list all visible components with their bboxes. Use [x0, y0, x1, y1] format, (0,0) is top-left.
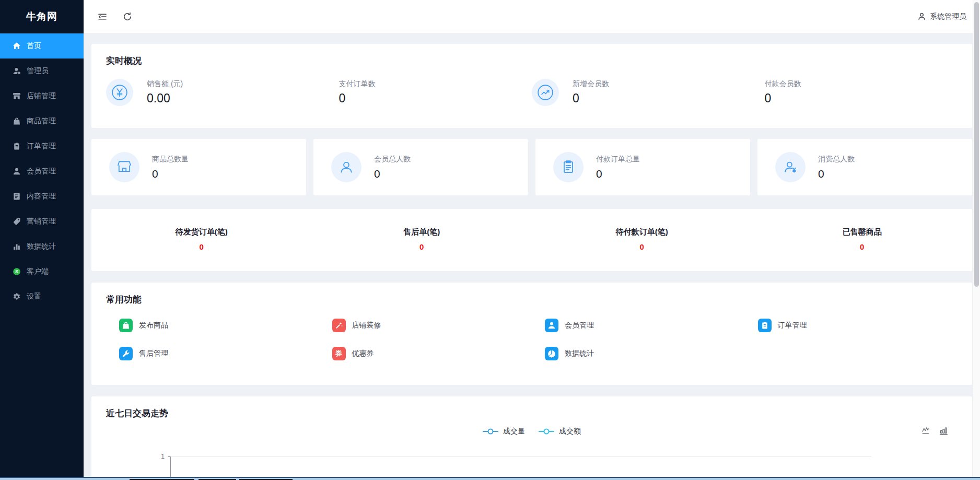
clipboard-icon [758, 319, 772, 332]
summary-label: 消费总人数 [818, 155, 855, 164]
sidebar-item-client[interactable]: S 客户端 [0, 259, 84, 284]
sidebar-item-statistics[interactable]: 数据统计 [0, 234, 84, 259]
refresh-icon[interactable] [122, 11, 133, 22]
svg-text:S: S [15, 269, 18, 274]
tag-icon [13, 217, 21, 226]
summary-value: 0 [818, 168, 855, 180]
section-title-chart: 近七日交易走势 [91, 396, 972, 418]
legend-item-volume[interactable]: 成交量 [483, 427, 525, 436]
quick-label: 订单管理 [778, 321, 807, 330]
main-area: 系统管理员 实时概况 销售额 (元) 0.00 [84, 0, 980, 477]
summary-value: 0 [152, 168, 189, 180]
pending-value: 0 [312, 242, 532, 251]
home-icon [13, 42, 21, 50]
page-content: 实时概况 销售额 (元) 0.00 支付订单数 [84, 33, 980, 477]
pending-aftersale: 售后单(笔) 0 [312, 227, 532, 251]
sidebar-item-orders[interactable]: 订单管理 [0, 134, 84, 159]
sidebar-item-label: 设置 [27, 292, 41, 301]
sidebar-item-members[interactable]: 会员管理 [0, 159, 84, 184]
sidebar-item-admin[interactable]: 管理员 [0, 58, 84, 84]
line-chart-toggle-icon[interactable] [921, 426, 931, 438]
pending-value: 0 [532, 242, 752, 251]
sidebar-item-home[interactable]: 首页 [0, 33, 84, 58]
summary-label: 会员总人数 [374, 155, 411, 164]
document-icon [13, 192, 21, 201]
stat-paid-orders: 支付订单数 0 [319, 79, 532, 106]
sidebar-item-label: 首页 [27, 41, 41, 51]
current-user[interactable]: 系统管理员 [917, 12, 966, 21]
sidebar-item-marketing[interactable]: 营销管理 [0, 209, 84, 234]
summary-cards-row: 商品总数量 0 会员总人数 0 [91, 139, 972, 195]
sidebar-item-label: 会员管理 [27, 167, 56, 176]
quick-data-statistics[interactable]: 数据统计 [532, 347, 745, 360]
sidebar-item-content[interactable]: 内容管理 [0, 184, 84, 209]
quick-label: 数据统计 [565, 349, 594, 358]
pending-value: 0 [91, 242, 312, 251]
realtime-stats: 销售额 (元) 0.00 支付订单数 0 [91, 79, 972, 106]
quick-member-manage[interactable]: 会员管理 [532, 319, 745, 332]
sidebar-item-label: 内容管理 [27, 192, 56, 201]
pending-value: 0 [752, 242, 973, 251]
trend-chart-card: 近七日交易走势 成交量 成交额 [91, 396, 972, 477]
sidebar-item-label: 订单管理 [27, 142, 56, 151]
quick-label: 会员管理 [565, 321, 594, 330]
summary-label: 商品总数量 [152, 155, 189, 164]
quick-label: 发布商品 [139, 321, 168, 330]
quick-shop-decorate[interactable]: 店铺装修 [319, 319, 532, 332]
person-yen-circle-icon [775, 152, 806, 182]
summary-value: 0 [596, 168, 640, 180]
quick-coupon[interactable]: 券 优惠券 [319, 347, 532, 360]
sidebar-item-goods[interactable]: 商品管理 [0, 109, 84, 134]
legend-item-amount[interactable]: 成交额 [539, 427, 581, 436]
quick-label: 售后管理 [139, 349, 168, 358]
y-axis-tick-label: 1 [150, 453, 165, 460]
storefront-icon [13, 92, 21, 100]
quick-order-manage[interactable]: 订单管理 [745, 319, 958, 332]
clipboard-circle-icon [553, 152, 584, 182]
magic-wand-icon [332, 319, 346, 332]
stat-label: 支付订单数 [339, 79, 376, 89]
bag-icon [119, 319, 133, 332]
app-window: 牛角网 首页 管理员 店铺管理 商品管理 订单管理 [0, 0, 980, 477]
sidebar-item-shop[interactable]: 店铺管理 [0, 84, 84, 109]
user-icon [917, 12, 926, 21]
bar-chart-icon [13, 242, 21, 251]
collapse-sidebar-icon[interactable] [97, 11, 108, 22]
sidebar-item-label: 管理员 [27, 66, 49, 76]
sidebar: 牛角网 首页 管理员 店铺管理 商品管理 订单管理 [0, 0, 84, 477]
taskbar-sliver [0, 477, 980, 480]
pending-label: 售后单(笔) [312, 227, 532, 237]
shopping-bag-icon [13, 117, 21, 125]
stat-label: 新增会员数 [573, 79, 609, 89]
stat-paying-members: 付款会员数 0 [745, 79, 958, 106]
pending-label: 待付款订单(笔) [532, 227, 752, 237]
legend-marker [483, 431, 498, 432]
sidebar-item-settings[interactable]: 设置 [0, 284, 84, 309]
clipboard-icon [13, 142, 21, 150]
stat-value: 0 [573, 91, 609, 106]
legend-label: 成交量 [503, 427, 525, 436]
summary-value: 0 [374, 168, 411, 180]
topbar: 系统管理员 [84, 0, 980, 33]
person-icon [13, 167, 21, 175]
section-title-realtime: 实时概况 [91, 44, 972, 65]
page-scrollbar[interactable] [973, 0, 980, 477]
quick-label: 优惠券 [352, 349, 374, 358]
sidebar-menu: 首页 管理员 店铺管理 商品管理 订单管理 会员管理 [0, 33, 84, 477]
client-app-icon: S [13, 267, 21, 276]
pending-label: 待发货订单(笔) [91, 227, 312, 237]
chart-gridline [170, 456, 871, 457]
chart-legend: 成交量 成交额 [91, 427, 972, 436]
quick-aftersale-manage[interactable]: 售后管理 [106, 347, 319, 360]
scrollbar-thumb[interactable] [974, 2, 979, 287]
quick-publish-goods[interactable]: 发布商品 [106, 319, 319, 332]
chart-type-toggles [921, 426, 949, 438]
coupon-icon: 券 [332, 347, 346, 360]
bar-chart-toggle-icon[interactable] [939, 426, 949, 438]
summary-card-members-total: 会员总人数 0 [313, 139, 528, 195]
sidebar-item-label: 商品管理 [27, 116, 56, 126]
summary-label: 付款订单总量 [596, 155, 640, 164]
legend-marker [539, 431, 554, 432]
summary-card-consumers-total: 消费总人数 0 [757, 139, 972, 195]
chart-y-axis-line [170, 456, 171, 477]
